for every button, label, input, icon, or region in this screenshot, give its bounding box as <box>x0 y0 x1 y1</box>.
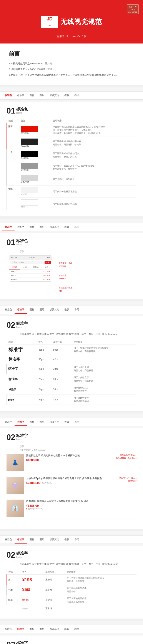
nav-tabs-5: 标准色 标准字 图标 图层 以及其他 模版 布局 <box>0 536 143 544</box>
tab-template-6[interactable]: 模版 <box>62 625 72 633</box>
section-colors-title-cn: 标准色 <box>16 107 28 112</box>
typo-lh-0: 50px <box>52 345 72 355</box>
tab-layout-1[interactable]: 布局 <box>72 92 82 100</box>
price-usage-aux: 用于次要的商品价格商品规格品种价格 <box>65 595 136 605</box>
tab-template-4[interactable]: 模版 <box>62 418 72 426</box>
price-size-strike: 正常细 <box>44 605 65 612</box>
tab-color-3[interactable]: 标准色 <box>2 306 14 314</box>
typo-lh-1: 42px <box>52 355 72 364</box>
tab-layout-5[interactable]: 布局 <box>72 536 82 544</box>
hero-badge: 更新LOG V4.0 2014/07/19 <box>127 4 139 14</box>
section-typo-price-desc: 京东单本中,设计稿中字体为 中文: 华文细黑 体 样式:浑厚、英文、数字、手册:… <box>20 562 136 566</box>
phone-tab-0[interactable]: 顾彩灯 <box>9 265 20 270</box>
typo-sample-2: 标准字 <box>7 364 37 374</box>
section-colors-example-title-cn: 标准色 <box>16 238 28 244</box>
tab-color-2[interactable]: 标准色 <box>2 223 14 231</box>
tab-other-6[interactable]: 以及其他 <box>47 625 62 633</box>
product-annotation-1: 错误文字: 字号24px颜色#333 <box>119 477 136 482</box>
tab-layer-2[interactable]: 图层 <box>37 223 47 231</box>
section-colors-example-header: 01 标准色 colors <box>6 238 136 246</box>
tab-other-4[interactable]: 以及其他 <box>47 418 62 426</box>
phone-search-btn[interactable]: 搜索 <box>44 261 51 264</box>
price-size-aux: 正常细 <box>44 595 65 605</box>
tab-other-1[interactable]: 以及其他 <box>47 92 62 100</box>
section-typo-header: 02 标准字 fronts <box>6 321 136 329</box>
tab-font-3[interactable]: 标准字 <box>14 306 27 314</box>
phone-list-item-1: iPad air #057456 <box>9 274 52 278</box>
tab-other-2[interactable]: 以及其他 <box>47 223 62 231</box>
phone-item-price-1: #057456 <box>44 274 50 276</box>
color-row-white: #ffffff 用于分割框模板的填充色 <box>7 198 136 210</box>
tab-icon-2[interactable]: 图标 <box>27 223 37 231</box>
swatch-dark <box>21 138 38 145</box>
phone-tab-1[interactable]: 小米 <box>20 265 31 270</box>
section-typo-example-title-en: fronts <box>16 438 28 441</box>
typo-size-1: 30px <box>37 355 51 364</box>
phone-search-input[interactable]: ☆ 京都人搜索框 <box>10 260 44 264</box>
product-name-2: 图书藏图: 夏露露点休闲宽松大高档麻亮衣短短裙 短色 M码 <box>26 500 136 503</box>
divider-3 <box>0 299 143 301</box>
tab-font-1[interactable]: 标准字 <box>14 92 27 100</box>
tab-icon-5[interactable]: 图标 <box>27 536 37 544</box>
color-usage-black: 用于重要级标准字体 当导航商品名称、价格、大分类 <box>51 149 136 161</box>
example-label-color: 示例 <box>20 250 136 253</box>
tab-template-5[interactable]: 模版 <box>62 536 72 544</box>
tab-layout-3[interactable]: 布局 <box>72 306 82 314</box>
typo-row-2: 标准字 28px 38px 用于大多数文字商品名称、商品标题 <box>7 364 136 374</box>
section-typo-price-header: 02 标准字 fronts <box>6 551 136 559</box>
phone-carrier: BELL 中 <box>11 256 17 259</box>
product-price-2: ¥1888.00 <box>26 504 136 508</box>
price-sample-strike: ¥198 <box>20 605 44 612</box>
phone-tab-3[interactable]: 华为 <box>41 265 52 270</box>
section-typo-example-title-cn: 标准字 <box>16 434 28 438</box>
section-typo-title-en: fronts <box>16 326 28 329</box>
tab-layout-2[interactable]: 布局 <box>72 223 82 231</box>
tab-layer-6[interactable]: 图层 <box>37 625 47 633</box>
tab-color-6[interactable]: 标准色 <box>2 625 14 633</box>
typo-sample-1: 标准字 <box>7 355 37 364</box>
tab-other-5[interactable]: 以及其他 <box>47 536 62 544</box>
color-code-dark: #222222 <box>21 145 49 147</box>
section-colors-example-title-en: colors <box>16 244 28 246</box>
typo-sample-text-4: 标准字 <box>8 388 16 391</box>
tab-layer-1[interactable]: 图层 <box>37 92 47 100</box>
tab-icon-1[interactable]: 图标 <box>27 92 37 100</box>
tab-template-1[interactable]: 模版 <box>62 92 72 100</box>
tab-color-1[interactable]: 标准色 <box>2 92 14 100</box>
typo-th-usage: 使用场景 <box>72 340 136 345</box>
tab-other-3[interactable]: 以及其他 <box>47 306 62 314</box>
tab-icon-3[interactable]: 图标 <box>27 306 37 314</box>
section-typo-price-title-cn: 标准字 <box>16 551 28 556</box>
divider-6 <box>0 618 143 621</box>
tab-font-2[interactable]: 标准字 <box>14 223 27 231</box>
phone-tab-2[interactable]: 百度div <box>30 265 41 270</box>
color-annotations: 重要文字、选框、#222222 辅助文字,#555500 自动加粗的效果#4ff <box>59 255 74 292</box>
color-code-red: #e41000 <box>21 132 49 134</box>
tab-layout-6[interactable]: 布局 <box>72 625 82 633</box>
tab-layer-5[interactable]: 图层 <box>37 536 47 544</box>
tab-font-6[interactable]: 标准字 <box>14 625 27 633</box>
typo-usage-3: 用于大多数文字商品名称、商品标题 <box>72 374 136 384</box>
typo-sample-4: 标准字 <box>7 384 37 394</box>
tab-icon-6[interactable]: 图标 <box>27 625 37 633</box>
price-table: 样式 字号 基设行高 使用场景 主 ¥198 重加粗 用于办法价格时候后端提示后… <box>6 570 136 612</box>
tab-template-2[interactable]: 模版 <box>62 223 72 231</box>
product-img-icon-1: 👚 <box>12 482 18 488</box>
tab-color-5[interactable]: 标准色 <box>2 536 14 544</box>
section-typo-example: 02 标准字 fronts 示例 行距 字间距0px 颜色:#e#333c 👗 … <box>0 428 143 529</box>
color-usage-gray-text: 用于辅助、次要的文字样式、更清晰轻描述商品原始价格、规格描述 <box>53 164 107 170</box>
tab-layout-4[interactable]: 布局 <box>72 418 82 426</box>
tab-template-3[interactable]: 模版 <box>62 306 72 314</box>
hero-content: JD.COM 无线视觉规范 <box>41 16 102 28</box>
tab-color-4[interactable]: 标准色 <box>2 418 14 426</box>
color-row-lightgray: #d7d7d7 用于分割线、框架描述 <box>7 173 136 186</box>
tab-font-4[interactable]: 标准字 <box>14 418 27 426</box>
tab-icon-4[interactable]: 图标 <box>27 418 37 426</box>
tab-layer-3[interactable]: 图层 <box>37 306 47 314</box>
tab-layer-4[interactable]: 图层 <box>37 418 47 426</box>
typo-sample-5: 标准字 <box>7 394 37 405</box>
tab-font-5[interactable]: 标准字 <box>14 536 27 544</box>
section-typo-title-cn: 标准字 <box>16 321 28 326</box>
color-usage-white: 用于分割框模板的填充色 <box>51 198 136 210</box>
typo-size-3: 26px <box>37 374 51 384</box>
